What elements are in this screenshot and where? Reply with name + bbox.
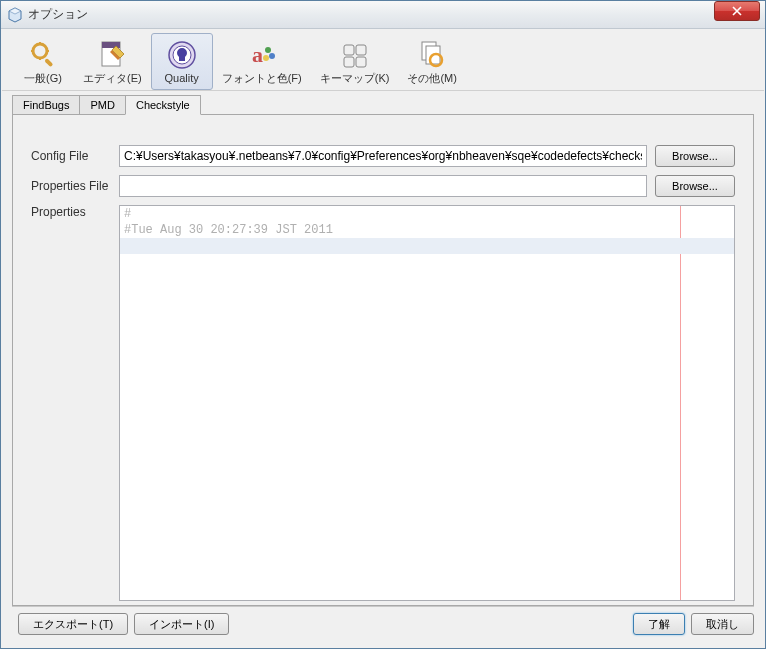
category-toolbar: 一般(G) エディタ(E) xyxy=(2,29,764,91)
ok-button[interactable]: 了解 xyxy=(633,613,685,635)
fonts-icon: a xyxy=(246,38,278,70)
keymap-icon xyxy=(339,38,371,70)
quality-icon xyxy=(166,39,198,71)
options-window: オプション 一般(G) xyxy=(0,0,766,649)
cancel-button[interactable]: 取消し xyxy=(691,613,754,635)
properties-label: Properties xyxy=(31,205,119,219)
svg-point-9 xyxy=(265,47,271,53)
import-button[interactable]: インポート(I) xyxy=(134,613,229,635)
category-label: 一般(G) xyxy=(24,71,62,86)
tab-row: FindBugs PMD Checkstyle xyxy=(2,91,764,115)
category-label: その他(M) xyxy=(407,71,457,86)
misc-icon xyxy=(416,38,448,70)
tab-checkstyle[interactable]: Checkstyle xyxy=(125,95,201,115)
properties-file-input[interactable] xyxy=(119,175,647,197)
config-file-label: Config File xyxy=(31,149,119,163)
content-area: 一般(G) エディタ(E) xyxy=(2,29,764,647)
svg-rect-15 xyxy=(356,57,366,67)
category-fonts[interactable]: a フォントと色(F) xyxy=(213,33,311,90)
app-icon xyxy=(7,7,23,23)
svg-text:a: a xyxy=(252,42,263,67)
svg-point-2 xyxy=(33,44,47,58)
editor-right-margin xyxy=(680,206,681,600)
bottom-button-bar: エクスポート(T) インポート(I) 了解 取消し xyxy=(12,611,754,637)
category-general[interactable]: 一般(G) xyxy=(12,33,74,90)
svg-point-11 xyxy=(263,55,269,61)
properties-editor[interactable]: # #Tue Aug 30 20:27:39 JST 2011 xyxy=(119,205,735,601)
editor-line: # xyxy=(120,206,734,222)
properties-file-browse-button[interactable]: Browse... xyxy=(655,175,735,197)
config-file-browse-button[interactable]: Browse... xyxy=(655,145,735,167)
config-file-input[interactable] xyxy=(119,145,647,167)
tab-pmd[interactable]: PMD xyxy=(79,95,125,115)
export-button[interactable]: エクスポート(T) xyxy=(18,613,128,635)
category-editor[interactable]: エディタ(E) xyxy=(74,33,151,90)
category-label: フォントと色(F) xyxy=(222,71,302,86)
svg-rect-14 xyxy=(344,57,354,67)
category-quality[interactable]: Quality xyxy=(151,33,213,90)
category-label: エディタ(E) xyxy=(83,71,142,86)
svg-rect-12 xyxy=(344,45,354,55)
svg-point-10 xyxy=(269,53,275,59)
window-title: オプション xyxy=(28,6,763,23)
properties-row: Properties # #Tue Aug 30 20:27:39 JST 20… xyxy=(31,205,735,601)
editor-line: #Tue Aug 30 20:27:39 JST 2011 xyxy=(120,222,734,238)
category-label: Quality xyxy=(165,72,199,84)
gear-icon xyxy=(27,38,59,70)
category-misc[interactable]: その他(M) xyxy=(398,33,466,90)
checkstyle-panel: Config File Browse... Properties File Br… xyxy=(12,114,754,606)
bottom-divider xyxy=(12,606,754,607)
editor-icon xyxy=(96,38,128,70)
config-file-row: Config File Browse... xyxy=(31,145,735,167)
editor-caret-line xyxy=(120,238,734,254)
svg-rect-13 xyxy=(356,45,366,55)
titlebar[interactable]: オプション xyxy=(1,1,765,29)
tab-findbugs[interactable]: FindBugs xyxy=(12,95,80,115)
svg-rect-3 xyxy=(44,58,53,67)
category-keymap[interactable]: キーマップ(K) xyxy=(311,33,399,90)
close-button[interactable] xyxy=(714,1,760,21)
properties-file-row: Properties File Browse... xyxy=(31,175,735,197)
category-label: キーマップ(K) xyxy=(320,71,390,86)
properties-file-label: Properties File xyxy=(31,179,119,193)
